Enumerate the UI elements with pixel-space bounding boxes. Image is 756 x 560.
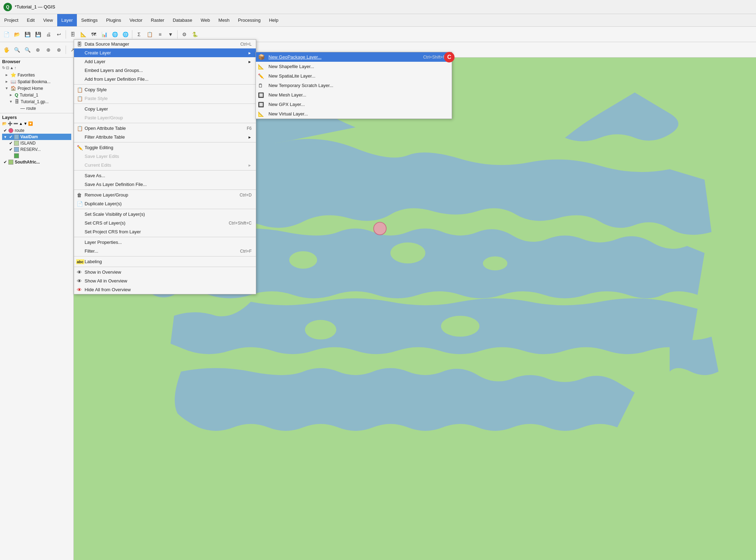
menu-item-paste-style[interactable]: 📋 Paste Style (74, 94, 256, 103)
menu-item-copy-style[interactable]: 📋 Copy Style (74, 85, 256, 94)
pan-btn[interactable]: 🖐 (1, 45, 11, 55)
menu-item-scale-vis[interactable]: Set Scale Visibility of Layer(s) (74, 210, 256, 219)
datasource-mgr-btn[interactable]: 🗄 (68, 29, 78, 39)
menu-item-duplicate[interactable]: 📄 Duplicate Layer(s) (74, 199, 256, 208)
menu-item-save-as[interactable]: Save As... (74, 171, 256, 180)
layers-filter-btn[interactable]: 🔽 (28, 121, 33, 126)
save-as-btn[interactable]: 💾 (33, 29, 43, 39)
layer-southafrica[interactable]: ✔ SouthAfric... (2, 159, 71, 165)
zoom-out-btn[interactable]: 🔍 (22, 45, 32, 55)
identify-btn[interactable]: ▼ (166, 29, 175, 39)
menu-item-paste-layer[interactable]: Paste Layer/Group (74, 113, 256, 122)
menu-raster[interactable]: Raster (147, 14, 168, 26)
layers-up-btn[interactable]: ▲ (19, 121, 23, 126)
submenu-shapefile[interactable]: 📐 New Shapefile Layer... (256, 62, 452, 71)
sa-check[interactable]: ✔ (4, 160, 7, 165)
attr-table-btn[interactable]: 📋 (145, 29, 154, 39)
browser-tutorial1-gp[interactable]: ▼ 🗄 Tutorial_1.gp... (2, 98, 71, 105)
menu-plugins[interactable]: Plugins (102, 14, 125, 26)
menu-edit[interactable]: Edit (22, 14, 39, 26)
menu-item-set-crs[interactable]: Set CRS of Layer(s) Ctrl+Shift+C (74, 219, 256, 227)
menu-item-datasource[interactable]: 🗄 Data Source Manager Ctrl+L (74, 40, 256, 48)
layer-vaaldam[interactable]: ▼ ✔ VaalDam (2, 134, 71, 140)
processing-btn[interactable]: ⚙ (179, 29, 189, 39)
open-project-btn[interactable]: 📂 (12, 29, 22, 39)
menu-item-embed[interactable]: Embed Layers and Groups... (74, 66, 256, 75)
browser-route[interactable]: — route (2, 105, 71, 112)
layer-unnamed[interactable]: ✔ (2, 153, 71, 159)
menu-item-create-layer[interactable]: Create Layer ► (74, 48, 256, 57)
menu-item-filter-attr[interactable]: Filter Attribute Table ► (74, 133, 256, 141)
menu-item-save-edits[interactable]: Save Layer Edits (74, 152, 256, 161)
layers-remove-btn[interactable]: ➖ (13, 121, 18, 126)
browser-settings-btn[interactable]: ↑ (14, 66, 16, 70)
zoom-layer-btn[interactable]: ⊕ (44, 45, 53, 55)
scratch-label: New Temporary Scratch Layer... (268, 83, 333, 88)
submenu-spatialite[interactable]: ✏️ New SpatiaLite Layer... (256, 71, 452, 81)
add-raster-btn[interactable]: 🗺 (89, 29, 99, 39)
browser-refresh-btn[interactable]: ↻ (2, 66, 5, 70)
browser-collapse-btn[interactable]: ⊡ (6, 66, 9, 70)
add-csv-btn[interactable]: 📊 (99, 29, 109, 39)
zoom-select-btn[interactable]: ⊕ (54, 45, 64, 55)
layers-open-btn[interactable]: 📂 (2, 121, 7, 126)
menu-item-hide-all-overview[interactable]: 👁 Hide All from Overview (74, 285, 256, 294)
menu-item-show-overview[interactable]: 👁 Show in Overview (74, 268, 256, 276)
menu-item-set-proj-crs[interactable]: Set Project CRS from Layer (74, 227, 256, 236)
browser-project-home[interactable]: ▼ 🏠 Project Home (2, 85, 71, 92)
layer-island[interactable]: ✔ ISLAND (2, 140, 71, 146)
layer-route[interactable]: ✔ route (2, 127, 71, 134)
zoom-full-btn[interactable]: ⊕ (33, 45, 43, 55)
menu-project[interactable]: Project (0, 14, 22, 26)
menu-settings[interactable]: Settings (77, 14, 102, 26)
menu-item-layer-props[interactable]: Layer Properties... (74, 238, 256, 247)
menu-item-add-def[interactable]: Add from Layer Definition File... (74, 75, 256, 84)
menu-item-current-edits[interactable]: Current Edits ► (74, 161, 256, 169)
zoom-in-btn[interactable]: 🔍 (12, 45, 22, 55)
submenu-geopackage[interactable]: 📦 New GeoPackage Layer... Ctrl+Shift+N C (256, 52, 452, 62)
menu-item-save-def[interactable]: Save As Layer Definition File... (74, 180, 256, 189)
layers-add-btn[interactable]: ➕ (8, 121, 13, 126)
menu-item-open-attr[interactable]: 📋 Open Attribute Table F6 (74, 124, 256, 133)
field-calc-btn[interactable]: Σ (134, 29, 144, 39)
submenu-virtual[interactable]: 📐 New Virtual Layer... (256, 109, 452, 119)
menu-view[interactable]: View (39, 14, 57, 26)
menu-item-copy-layer[interactable]: Copy Layer (74, 105, 256, 113)
menu-item-filter[interactable]: Filter... Ctrl+F (74, 247, 256, 255)
submenu-scratch[interactable]: 🗒 New Temporary Scratch Layer... (256, 81, 452, 90)
menu-vector[interactable]: Vector (125, 14, 147, 26)
menu-item-add-layer[interactable]: Add Layer ► (74, 57, 256, 66)
menu-database[interactable]: Database (168, 14, 197, 26)
browser-tutorial1[interactable]: ► Q Tutorial_1 (2, 92, 71, 98)
save-project-btn[interactable]: 💾 (22, 29, 32, 39)
vaaldam-check[interactable]: ✔ (9, 134, 13, 139)
browser-spatial-bookmarks[interactable]: ► 📖 Spatial Bookma... (2, 78, 71, 85)
reserv-check[interactable]: ✔ (9, 147, 13, 152)
print-btn[interactable]: 🖨 (44, 29, 53, 39)
stats-btn[interactable]: ≡ (155, 29, 165, 39)
python-btn[interactable]: 🐍 (190, 29, 200, 39)
add-vector-btn[interactable]: 📐 (78, 29, 88, 39)
menu-item-labeling[interactable]: abc Labeling (74, 257, 256, 266)
browser-filter-btn[interactable]: ▲ (10, 66, 14, 70)
new-project-btn[interactable]: 📄 (1, 29, 11, 39)
menu-item-show-all-overview[interactable]: 👁 Show All in Overview (74, 276, 256, 285)
menu-processing[interactable]: Processing (234, 14, 265, 26)
add-wms-btn[interactable]: 🌐 (110, 29, 120, 39)
island-check[interactable]: ✔ (9, 141, 13, 146)
menu-web[interactable]: Web (197, 14, 214, 26)
layers-down-btn[interactable]: ▼ (24, 121, 27, 126)
submenu-gpx[interactable]: 🔲 New GPX Layer... (256, 100, 452, 109)
menu-item-remove-layer[interactable]: 🗑 Remove Layer/Group Ctrl+D (74, 191, 256, 199)
browser-favorites[interactable]: ► ⭐ Favorites (2, 72, 71, 78)
route-check[interactable]: ✔ (4, 128, 7, 133)
undo-btn[interactable]: ↩ (54, 29, 64, 39)
menu-item-toggle-edit[interactable]: ✏️ Toggle Editing (74, 143, 256, 152)
menu-help[interactable]: Help (265, 14, 283, 26)
current-edits-label: Current Edits (85, 162, 111, 168)
add-wfs-btn[interactable]: 🌐 (120, 29, 130, 39)
layer-reserv[interactable]: ✔ RESERV... (2, 146, 71, 153)
submenu-mesh[interactable]: 🔲 New Mesh Layer... (256, 90, 452, 100)
menu-mesh[interactable]: Mesh (214, 14, 234, 26)
menu-layer[interactable]: Layer (57, 14, 77, 26)
